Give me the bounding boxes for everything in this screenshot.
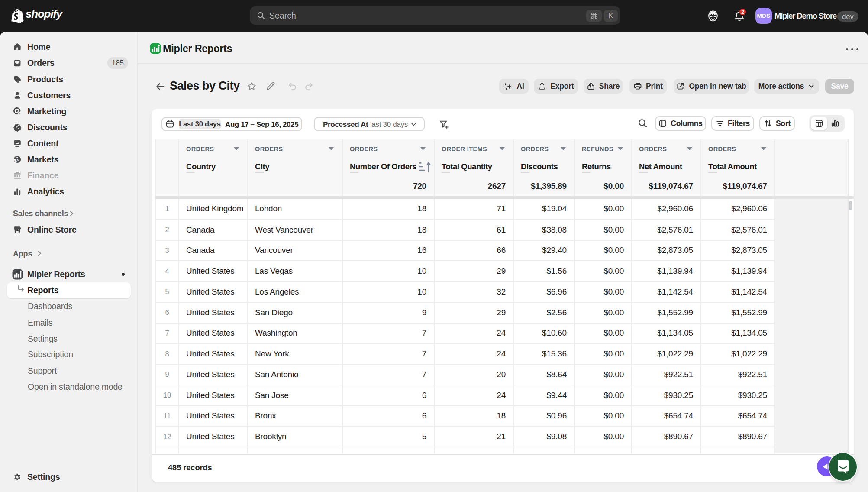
svg-text:$: $: [17, 158, 19, 162]
